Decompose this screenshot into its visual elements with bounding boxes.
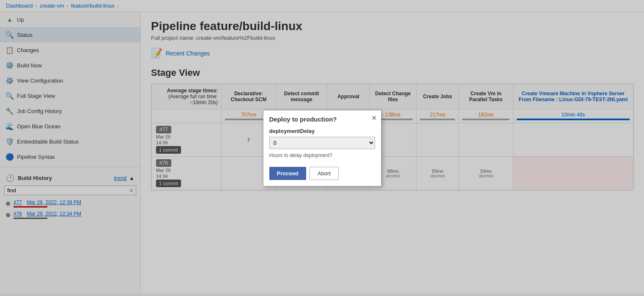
modal-buttons: Proceed Abort — [263, 163, 381, 186]
modal-overlay[interactable]: Deploy to production? ✕ deploymentDelay … — [0, 0, 644, 293]
modal-title: Deploy to production? — [263, 111, 381, 126]
abort-button[interactable]: Abort — [310, 167, 339, 180]
modal-close-button[interactable]: ✕ — [371, 114, 377, 122]
proceed-button[interactable]: Proceed — [269, 167, 306, 180]
modal-hint: Hours to delay deployment? — [263, 152, 381, 163]
modal-box: Deploy to production? ✕ deploymentDelay … — [263, 110, 381, 186]
modal-field-label: deploymentDelay — [263, 126, 381, 136]
modal-delay-select[interactable]: 0 1 2 4 8 24 — [269, 137, 375, 149]
